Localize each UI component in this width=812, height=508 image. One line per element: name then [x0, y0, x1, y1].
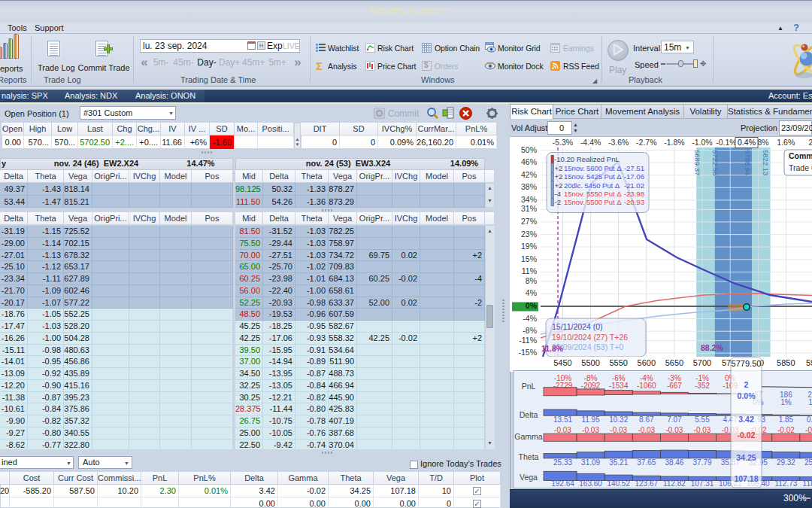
svg-text:15%: 15%: [521, 254, 537, 263]
svg-text:-0.03: -0.03: [694, 426, 711, 434]
svg-text:2: 2: [744, 380, 749, 389]
svg-text:15nov. 5500 Put Δ: 15nov. 5500 Put Δ: [564, 198, 622, 206]
svg-text:0%: 0%: [526, 301, 538, 310]
svg-text:7.07: 7.07: [667, 415, 682, 424]
svg-text:88.2%: 88.2%: [701, 343, 723, 352]
svg-text:50%: 50%: [521, 145, 537, 154]
svg-text:5600: 5600: [638, 358, 656, 367]
svg-text:2.: 2.: [809, 138, 812, 147]
svg-text:34.25: 34.25: [736, 453, 756, 462]
svg-text:23%: 23%: [521, 230, 537, 239]
svg-text:-4.4%: -4.4%: [580, 138, 601, 147]
svg-text:46%: 46%: [521, 157, 537, 166]
svg-text:20dic. 5450 Put Δ: 20dic. 5450 Put Δ: [564, 181, 620, 190]
svg-text:+2: +2: [555, 172, 563, 181]
svg-text:-0.02: -0.02: [738, 430, 756, 440]
svg-text:-23.98: -23.98: [624, 190, 644, 198]
svg-text:163.60: 163.60: [579, 479, 602, 488]
svg-text:-2.7%: -2.7%: [636, 138, 656, 147]
svg-text:118.73: 118.73: [803, 479, 812, 488]
svg-text:15nov. 5600 Put Δ: 15nov. 5600 Put Δ: [564, 164, 622, 172]
svg-text:8%: 8%: [757, 138, 768, 147]
svg-text:-8%: -8%: [523, 326, 537, 335]
svg-text:8.67: 8.67: [639, 415, 654, 424]
svg-text:5779.50: 5779.50: [732, 359, 762, 368]
svg-text:-352: -352: [695, 382, 710, 390]
svg-text:5689.37: 5689.37: [693, 150, 701, 175]
svg-text:Vega: Vega: [520, 473, 538, 482]
svg-text:-1.0%: -1.0%: [692, 138, 712, 147]
svg-text:5822.13: 5822.13: [762, 150, 770, 175]
svg-text:4%: 4%: [526, 288, 537, 297]
svg-text:35.21: 35.21: [609, 458, 628, 467]
svg-text:5550: 5550: [609, 358, 627, 367]
svg-text:-0.03: -0.03: [582, 426, 599, 434]
svg-text:140.52: 140.52: [607, 479, 630, 488]
svg-text:-0.02: -0.02: [805, 426, 812, 434]
svg-text:-1534: -1534: [609, 382, 629, 390]
svg-text:1.6%: 1.6%: [777, 138, 795, 147]
svg-text:Gamma: Gamma: [514, 432, 543, 441]
svg-text:25.33: 25.33: [553, 458, 572, 467]
svg-text:5500: 5500: [581, 358, 599, 367]
svg-text:0.0%: 0.0%: [738, 391, 756, 400]
svg-text:5.55: 5.55: [695, 415, 710, 424]
svg-text:3.42: 3.42: [738, 415, 754, 424]
svg-text:-10.20 Realized PnL: -10.20 Realized PnL: [554, 155, 620, 163]
svg-text:-15%: -15%: [518, 348, 537, 357]
svg-text:-21.02: -21.02: [624, 181, 644, 190]
svg-text:34%: 34%: [521, 195, 537, 204]
svg-text:19/10/2024 (27) T+26: 19/10/2024 (27) T+26: [552, 333, 628, 342]
svg-text:Theta: Theta: [519, 452, 539, 461]
svg-text:37.65: 37.65: [637, 458, 656, 467]
svg-text:-667: -667: [667, 382, 682, 390]
svg-text:1%: 1%: [780, 398, 792, 406]
svg-text:38.46: 38.46: [665, 458, 683, 467]
svg-text:-0.03: -0.03: [666, 426, 683, 434]
svg-text:42%: 42%: [521, 170, 537, 179]
svg-text:1%: 1%: [808, 398, 812, 406]
svg-text:11%: 11%: [522, 266, 537, 275]
svg-text:15nov. 5550 Put Δ: 15nov. 5550 Put Δ: [564, 190, 622, 198]
svg-text:5650: 5650: [665, 358, 683, 367]
svg-text:-20.93: -20.93: [624, 198, 644, 206]
svg-text:Trade C: Trade C: [789, 163, 812, 172]
svg-text:-5.3%: -5.3%: [553, 138, 573, 147]
svg-text:59: 59: [806, 358, 812, 367]
svg-text:107.31: 107.31: [691, 479, 714, 488]
svg-text:15/11/2024 (0): 15/11/2024 (0): [552, 322, 603, 331]
svg-text:-0.1%: -0.1%: [716, 138, 736, 147]
svg-text:+2: +2: [555, 181, 563, 190]
svg-text:107.18: 107.18: [734, 474, 758, 483]
svg-text:11.8%: 11.8%: [541, 344, 564, 353]
svg-text:192.64: 192.64: [551, 479, 574, 488]
svg-text:-1.8%: -1.8%: [664, 138, 684, 147]
svg-text:0.96: 0.96: [807, 415, 812, 424]
svg-text:25.45: 25.45: [804, 458, 812, 467]
svg-text:29.32: 29.32: [777, 458, 795, 467]
svg-text:-0.03: -0.03: [638, 426, 655, 434]
svg-text:-11%: -11%: [519, 336, 537, 345]
svg-text:-4%: -4%: [523, 314, 537, 323]
svg-text:-2729: -2729: [553, 382, 573, 390]
svg-text:27%: 27%: [521, 217, 537, 226]
svg-text:-1060: -1060: [637, 382, 656, 390]
svg-text:-2: -2: [555, 198, 562, 206]
svg-text:+2: +2: [555, 164, 563, 172]
svg-text:5722.56: 5722.56: [711, 150, 720, 175]
svg-text:57: 57: [722, 358, 731, 367]
svg-text:-0.03: -0.03: [610, 426, 627, 434]
svg-text:123.67: 123.67: [635, 479, 659, 488]
svg-text:5850: 5850: [777, 358, 795, 367]
svg-text:-3.6%: -3.6%: [608, 138, 629, 147]
svg-text:-17.06: -17.06: [624, 172, 644, 181]
svg-text:5700: 5700: [693, 358, 711, 367]
svg-text:38%: 38%: [521, 182, 537, 191]
svg-text:37.79: 37.79: [692, 458, 711, 467]
svg-text:-27.51: -27.51: [624, 164, 644, 172]
svg-text:0.4%: 0.4%: [738, 138, 756, 147]
svg-text:31%: 31%: [521, 204, 537, 213]
svg-text:5450: 5450: [553, 358, 571, 367]
svg-text:13.51: 13.51: [553, 415, 572, 424]
svg-text:31.09: 31.09: [581, 458, 600, 467]
